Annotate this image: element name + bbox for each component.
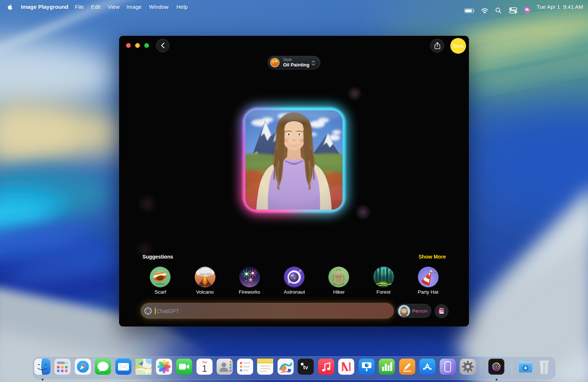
svg-text:1: 1 — [202, 363, 207, 374]
svg-text:tv: tv — [303, 364, 309, 370]
